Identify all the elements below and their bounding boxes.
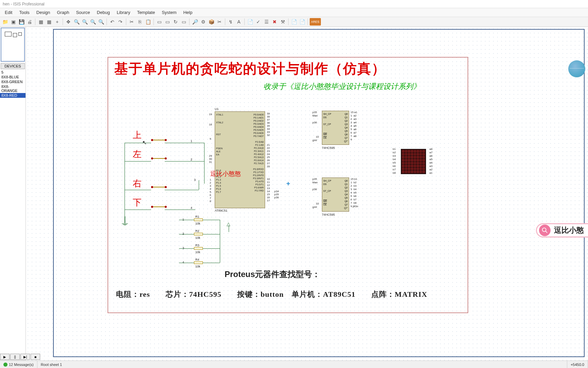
menu-graph[interactable]: Graph bbox=[53, 9, 72, 16]
separator bbox=[189, 18, 190, 25]
crosshair-marker bbox=[287, 182, 290, 185]
print-icon[interactable]: 🖨 bbox=[26, 18, 33, 26]
doc2-icon[interactable]: 📄 bbox=[298, 18, 306, 26]
device-item-selected[interactable]: 8X8-RED bbox=[0, 93, 26, 98]
device-item[interactable]: 8X8-ORANGE bbox=[0, 84, 26, 93]
resistor-r3[interactable] bbox=[194, 247, 203, 250]
redo-icon[interactable]: ↷ bbox=[117, 18, 124, 26]
block-delete-icon[interactable]: ▭ bbox=[180, 18, 187, 26]
menu-template[interactable]: Template bbox=[134, 9, 159, 16]
pan-icon[interactable]: ✥ bbox=[65, 18, 72, 26]
resistor-r2[interactable] bbox=[194, 233, 203, 235]
res-ref: R2 bbox=[195, 229, 199, 233]
button-left[interactable] bbox=[151, 157, 165, 160]
doc1-icon[interactable]: 📄 bbox=[290, 18, 298, 26]
erc-icon[interactable]: ✓ bbox=[255, 18, 262, 26]
res-val: 10k bbox=[195, 265, 200, 268]
svg-point-0 bbox=[542, 228, 546, 232]
overview-panel[interactable] bbox=[1, 28, 25, 62]
menu-source[interactable]: Source bbox=[72, 9, 93, 16]
step-button[interactable]: ▶| bbox=[20, 354, 30, 360]
pick-icon[interactable]: 🔎 bbox=[191, 18, 199, 26]
search-overlay[interactable]: 逗比小憨 bbox=[536, 223, 588, 237]
zoom-in-icon[interactable]: 🔍 bbox=[73, 18, 80, 26]
save-icon[interactable]: 💾 bbox=[18, 18, 25, 26]
text-icon[interactable]: A bbox=[235, 18, 243, 26]
search-icon[interactable] bbox=[539, 225, 551, 236]
package-icon[interactable]: 📦 bbox=[208, 18, 215, 26]
chip-74hc595-b[interactable]: SH_CPDSST_CPMROE Q0Q1Q2Q3Q4Q5Q6Q7Q7' bbox=[322, 178, 349, 212]
pin-label: 2 bbox=[191, 158, 192, 161]
zoom-area-icon[interactable]: 🔍 bbox=[97, 18, 105, 26]
menu-help[interactable]: Help bbox=[180, 9, 196, 16]
copy-icon[interactable]: ⎘ bbox=[136, 18, 144, 26]
device-item[interactable]: 8X8-BLUE bbox=[0, 75, 26, 79]
block-rotate-icon[interactable]: ↻ bbox=[172, 18, 179, 26]
menu-design[interactable]: Design bbox=[33, 9, 53, 16]
play-button[interactable]: ▶ bbox=[0, 354, 10, 360]
wire bbox=[179, 248, 194, 249]
grid2-icon[interactable]: ▦ bbox=[45, 18, 53, 26]
component-search-line: 电阻：res 芯片：74HC595 按键：button 单片机：AT89C51 … bbox=[116, 289, 427, 300]
ares-badge[interactable]: ARES bbox=[310, 18, 321, 26]
zone-icon[interactable]: ▣ bbox=[10, 18, 17, 26]
app-title: hen - ISIS Professional bbox=[3, 2, 45, 6]
wire-icon[interactable]: ↯ bbox=[227, 18, 234, 26]
origin-icon[interactable]: + bbox=[53, 18, 61, 26]
cut-icon[interactable]: ✂ bbox=[128, 18, 135, 26]
button-up[interactable] bbox=[151, 139, 165, 141]
menu-system[interactable]: System bbox=[158, 9, 180, 16]
separator bbox=[35, 18, 35, 25]
menu-library[interactable]: Library bbox=[113, 9, 134, 16]
bom-icon[interactable]: ☰ bbox=[263, 18, 270, 26]
zoom-out-icon[interactable]: 🔍 bbox=[81, 18, 88, 26]
title-bar: hen - ISIS Professional bbox=[0, 0, 588, 8]
make-icon[interactable]: ⚙ bbox=[199, 18, 207, 26]
res-val: 10k bbox=[195, 236, 200, 240]
status-messages[interactable]: 12 Message(s) bbox=[0, 361, 37, 368]
device-item[interactable]: 8X8-GREEN bbox=[0, 79, 26, 84]
button-down[interactable] bbox=[151, 205, 165, 208]
tool-x-icon[interactable]: ⚒ bbox=[279, 18, 287, 26]
chip-at89c51[interactable]: XTAL1 XTAL2 RST PSENALEEA P1.0P1.1P1.2P1… bbox=[215, 111, 265, 208]
ground-symbol bbox=[122, 216, 128, 225]
resistor-r4[interactable] bbox=[194, 261, 203, 264]
block-copy-icon[interactable]: ▭ bbox=[156, 18, 163, 26]
wire bbox=[229, 225, 229, 232]
menu-tools[interactable]: Tools bbox=[16, 9, 33, 16]
paste-icon[interactable]: 📋 bbox=[144, 18, 152, 26]
stop-button[interactable]: ■ bbox=[31, 354, 40, 360]
netlist-icon[interactable]: 📄 bbox=[246, 18, 254, 26]
chip-ref: U1 bbox=[215, 107, 219, 111]
wire bbox=[125, 210, 151, 210]
status-coords: +5450.0 bbox=[567, 361, 588, 368]
block-move-icon[interactable]: ▭ bbox=[164, 18, 171, 26]
component-search-heading: Proteus元器件查找型号： bbox=[225, 269, 320, 280]
separator bbox=[63, 18, 63, 25]
wire bbox=[203, 234, 220, 234]
canvas[interactable]: 基于单片机的贪吃蛇的设计与制作（仿真） 收录于《逗比小憨憨毕业设计与课程设计系列… bbox=[26, 27, 588, 361]
menu-edit[interactable]: Edit bbox=[1, 9, 16, 16]
button-right[interactable] bbox=[151, 186, 165, 188]
separator bbox=[244, 18, 245, 25]
wire bbox=[179, 263, 194, 263]
wire bbox=[165, 190, 199, 190]
pause-button[interactable]: || bbox=[10, 354, 20, 360]
undo-icon[interactable]: ↶ bbox=[109, 18, 116, 26]
chip-74hc595-a[interactable]: SH_CPDSST_CPMROE Q0Q1Q2Q3Q4Q5Q6Q7Q7' bbox=[322, 111, 349, 145]
svg-line-1 bbox=[546, 231, 548, 233]
wire bbox=[165, 210, 195, 210]
decompose-icon[interactable]: ✂ bbox=[216, 18, 223, 26]
status-bar: 12 Message(s) Root sheet 1 +5450.0 bbox=[0, 361, 588, 368]
led-matrix-8x8[interactable]: document.write(Array(64).fill('<div clas… bbox=[401, 149, 426, 174]
ares-icon[interactable]: ✖ bbox=[271, 18, 278, 26]
open-icon[interactable]: 📁 bbox=[1, 18, 9, 26]
search-text: 逗比小憨 bbox=[554, 225, 584, 235]
device-item[interactable]: 5 bbox=[0, 70, 26, 75]
zoom-fit-icon[interactable]: 🔍 bbox=[89, 18, 97, 26]
resistor-r1[interactable] bbox=[194, 218, 203, 221]
menu-debug[interactable]: Debug bbox=[94, 9, 113, 16]
globe-button[interactable] bbox=[568, 60, 585, 77]
grid-icon[interactable]: ▦ bbox=[37, 18, 45, 26]
device-list[interactable]: 5 8X8-BLUE 8X8-GREEN 8X8-ORANGE 8X8-RED bbox=[0, 70, 26, 355]
